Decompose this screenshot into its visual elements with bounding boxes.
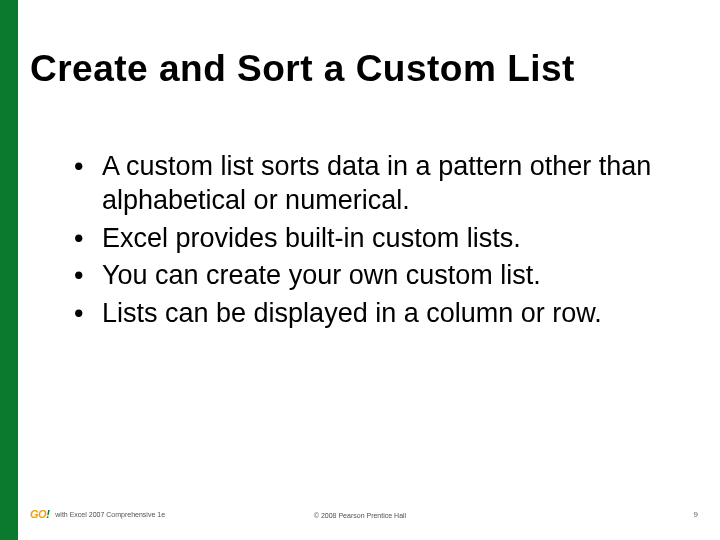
list-item: Excel provides built-in custom lists. <box>70 222 675 256</box>
footer-page-number: 9 <box>694 510 698 519</box>
list-item: You can create your own custom list. <box>70 259 675 293</box>
slide-body: A custom list sorts data in a pattern ot… <box>70 150 675 335</box>
accent-sidebar <box>0 0 18 540</box>
list-item: Lists can be displayed in a column or ro… <box>70 297 675 331</box>
slide-title: Create and Sort a Custom List <box>30 48 700 90</box>
slide-footer: GO! with Excel 2007 Comprehensive 1e © 2… <box>0 500 720 520</box>
bullet-list: A custom list sorts data in a pattern ot… <box>70 150 675 331</box>
list-item: A custom list sorts data in a pattern ot… <box>70 150 675 218</box>
slide: Create and Sort a Custom List A custom l… <box>0 0 720 540</box>
footer-copyright: © 2008 Pearson Prentice Hall <box>0 512 720 519</box>
